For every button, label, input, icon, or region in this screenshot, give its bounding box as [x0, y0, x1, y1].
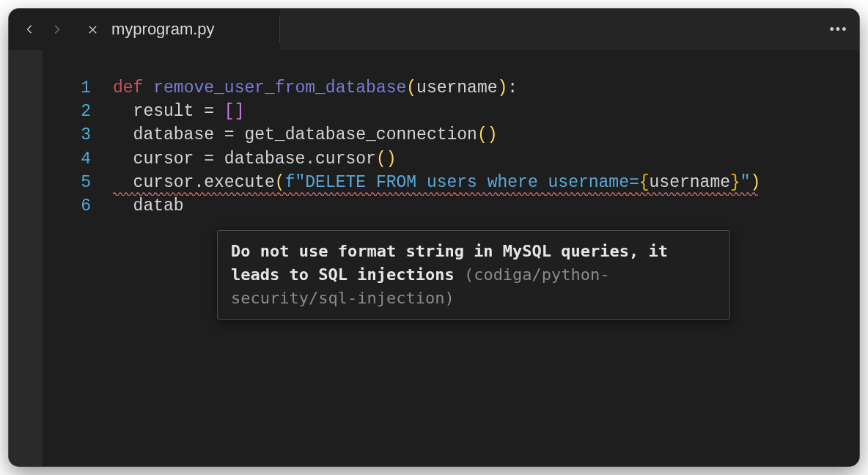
- nav-controls: [9, 9, 75, 50]
- left-gutter: [9, 50, 43, 466]
- code-line: 3 database = get_database_connection(): [43, 123, 859, 147]
- code-text: cursor = database.cursor(): [113, 147, 859, 171]
- code-line: 4 cursor = database.cursor(): [43, 147, 859, 171]
- code-text: database = get_database_connection(): [113, 123, 859, 147]
- diagnostic-tooltip: Do not use format string in MySQL querie…: [217, 230, 730, 320]
- code-line: 2 result = []: [43, 100, 859, 123]
- code-line: 6 datab: [43, 194, 859, 218]
- nav-back-button[interactable]: [22, 21, 38, 37]
- tab-close-button[interactable]: [85, 22, 100, 37]
- line-number: 6: [43, 194, 113, 218]
- titlebar: myprogram.py •••: [9, 9, 859, 50]
- code-line: 5 cursor.execute(f"DELETE FROM users whe…: [43, 171, 859, 194]
- chevron-right-icon: [51, 24, 62, 34]
- code-text: def remove_user_from_database(username):: [113, 76, 859, 100]
- close-icon: [87, 24, 98, 35]
- line-number: 3: [43, 123, 113, 147]
- code-text: result = []: [113, 100, 859, 123]
- tab-filename: myprogram.py: [111, 20, 215, 39]
- ellipsis-icon: •••: [830, 22, 848, 37]
- nav-forward-button[interactable]: [48, 21, 65, 37]
- chevron-left-icon: [25, 24, 35, 34]
- line-number: 2: [43, 100, 113, 123]
- error-squiggle: [113, 191, 758, 196]
- tabbar-spacer: [280, 9, 818, 50]
- tab-overflow-button[interactable]: •••: [818, 9, 859, 50]
- code-text: datab: [113, 194, 859, 218]
- code-content[interactable]: 1 def remove_user_from_database(username…: [43, 50, 859, 466]
- file-tab[interactable]: myprogram.py: [75, 9, 280, 50]
- line-number: 1: [43, 76, 113, 100]
- line-number: 5: [43, 171, 113, 194]
- code-text-error: cursor.execute(f"DELETE FROM users where…: [113, 171, 859, 194]
- line-number: 4: [43, 147, 113, 171]
- editor-window: myprogram.py ••• 1 def remove_user_from_…: [9, 9, 859, 466]
- code-line: 1 def remove_user_from_database(username…: [43, 76, 859, 100]
- editor-area: 1 def remove_user_from_database(username…: [9, 50, 859, 466]
